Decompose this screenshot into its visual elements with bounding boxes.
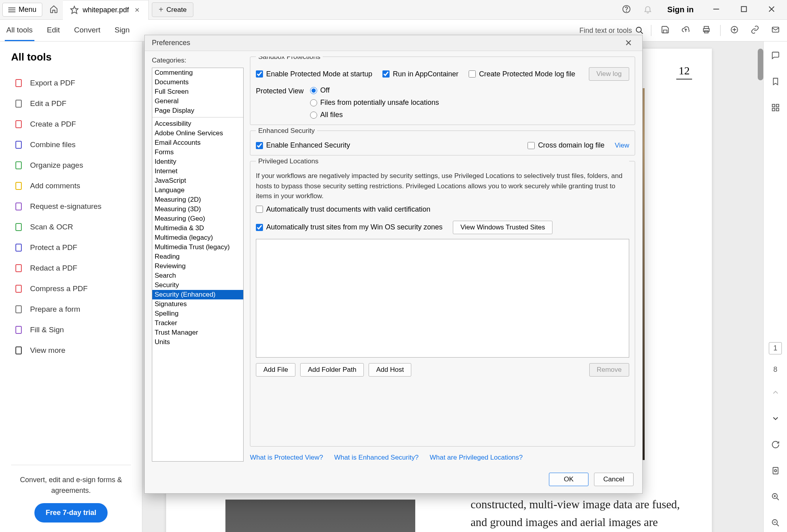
category-item[interactable]: Full Screen: [152, 87, 243, 97]
create-log-checkbox[interactable]: Create Protected Mode log file: [469, 70, 575, 78]
sidebar-item-organize-pages[interactable]: Organize pages: [11, 155, 131, 176]
ai-button[interactable]: [728, 23, 741, 38]
help-pl-link[interactable]: What are Privileged Locations?: [429, 454, 522, 462]
sidebar-item-compress-a-pdf[interactable]: Compress a PDF: [11, 278, 131, 299]
help-pv-link[interactable]: What is Protected View?: [250, 454, 323, 462]
category-item[interactable]: Multimedia Trust (legacy): [152, 242, 243, 252]
maximize-button[interactable]: [732, 2, 756, 18]
enable-protected-mode-checkbox[interactable]: Enable Protected Mode at startup: [256, 70, 372, 78]
page-down-button[interactable]: [768, 411, 783, 428]
category-item[interactable]: Measuring (Geo): [152, 214, 243, 223]
dialog-close-button[interactable]: ✕: [622, 38, 635, 48]
run-appcontainer-checkbox[interactable]: Run in AppContainer: [382, 70, 458, 78]
sidebar-item-create-a-pdf[interactable]: Create a PDF: [11, 114, 131, 134]
sidebar-item-protect-a-pdf[interactable]: Protect a PDF: [11, 237, 131, 258]
sidebar-item-request-e-signatures[interactable]: Request e-signatures: [11, 196, 131, 217]
sidebar-item-export-a-pdf[interactable]: Export a PDF: [11, 73, 131, 93]
enable-enhanced-checkbox[interactable]: Enable Enhanced Security: [256, 141, 350, 150]
comment-panel-button[interactable]: [768, 48, 783, 64]
zoom-out-button[interactable]: [768, 515, 783, 532]
view-trusted-button[interactable]: View Windows Trusted Sites: [453, 221, 552, 234]
tab-convert[interactable]: Convert: [72, 20, 102, 41]
thumbnails-panel-button[interactable]: [768, 100, 783, 117]
tab-edit[interactable]: Edit: [45, 20, 62, 41]
zoom-in-button[interactable]: [768, 489, 783, 506]
close-button[interactable]: [759, 2, 784, 18]
category-item[interactable]: Adobe Online Services: [152, 129, 243, 138]
print-button[interactable]: [700, 23, 713, 38]
category-item[interactable]: Identity: [152, 157, 243, 167]
categories-listbox[interactable]: CommentingDocumentsFull ScreenGeneralPag…: [152, 68, 244, 462]
category-item[interactable]: Security: [152, 280, 243, 290]
category-item[interactable]: Security (Enhanced): [152, 290, 243, 299]
document-tab[interactable]: whitepaper.pdf ✕: [63, 0, 149, 20]
pv-off-radio[interactable]: Off: [310, 86, 439, 95]
close-tab-button[interactable]: ✕: [133, 6, 141, 14]
category-item[interactable]: Commenting: [152, 68, 243, 78]
save-button[interactable]: [658, 23, 672, 38]
fit-button[interactable]: [768, 463, 783, 480]
category-item[interactable]: Tracker: [152, 318, 243, 328]
category-item[interactable]: Accessibility: [152, 119, 243, 129]
link-button[interactable]: [748, 23, 762, 38]
sidebar-item-add-comments[interactable]: Add comments: [11, 176, 131, 196]
tab-all-tools[interactable]: All tools: [5, 20, 34, 41]
cancel-button[interactable]: Cancel: [594, 473, 634, 486]
category-item[interactable]: Internet: [152, 167, 243, 176]
category-item[interactable]: Forms: [152, 148, 243, 157]
category-item[interactable]: General: [152, 97, 243, 106]
category-item[interactable]: Units: [152, 337, 243, 347]
category-item[interactable]: Multimedia & 3D: [152, 223, 243, 233]
sidebar-item-redact-a-pdf[interactable]: Redact a PDF: [11, 258, 131, 278]
category-item[interactable]: Documents: [152, 78, 243, 87]
category-item[interactable]: Search: [152, 271, 243, 280]
view-log-button[interactable]: View log: [589, 67, 629, 81]
sidebar-item-scan-ocr[interactable]: Scan & OCR: [11, 217, 131, 237]
add-host-button[interactable]: Add Host: [369, 363, 411, 377]
sidebar-item-edit-a-pdf[interactable]: Edit a PDF: [11, 93, 131, 114]
category-item[interactable]: Page Display: [152, 106, 243, 115]
cross-domain-log-checkbox[interactable]: Cross domain log file: [528, 141, 604, 150]
help-button[interactable]: [617, 2, 636, 18]
rotate-button[interactable]: [768, 437, 783, 454]
category-item[interactable]: Measuring (3D): [152, 204, 243, 214]
pv-files-radio[interactable]: Files from potentially unsafe locations: [310, 98, 439, 107]
pv-all-radio[interactable]: All files: [310, 111, 439, 119]
create-button[interactable]: + Create: [152, 2, 193, 17]
auto-sites-checkbox[interactable]: Automatically trust sites from my Win OS…: [256, 223, 443, 231]
minimize-button[interactable]: [704, 2, 728, 18]
category-item[interactable]: Spelling: [152, 309, 243, 318]
tab-sign[interactable]: Sign: [113, 20, 131, 41]
sidebar-item-combine-files[interactable]: Combine files: [11, 134, 131, 155]
notifications-button[interactable]: [639, 2, 657, 18]
category-item[interactable]: Reviewing: [152, 261, 243, 271]
upload-button[interactable]: [679, 23, 692, 38]
auto-cert-checkbox[interactable]: Automatically trust documents with valid…: [256, 205, 629, 214]
home-button[interactable]: [46, 2, 61, 18]
category-item[interactable]: Email Accounts: [152, 138, 243, 148]
bookmark-panel-button[interactable]: [768, 74, 783, 91]
remove-button[interactable]: Remove: [589, 363, 629, 377]
ok-button[interactable]: OK: [549, 473, 588, 486]
sidebar-item-fill-sign[interactable]: Fill & Sign: [11, 320, 131, 340]
category-item[interactable]: Measuring (2D): [152, 195, 243, 204]
page-up-button[interactable]: [768, 385, 783, 401]
signin-button[interactable]: Sign in: [660, 5, 701, 14]
help-es-link[interactable]: What is Enhanced Security?: [334, 454, 419, 462]
search-box[interactable]: Find text or tools: [579, 26, 644, 35]
category-item[interactable]: Trust Manager: [152, 328, 243, 337]
category-item[interactable]: Language: [152, 186, 243, 195]
sidebar-item-view-more[interactable]: View more: [11, 340, 131, 361]
privileged-listbox[interactable]: [256, 239, 629, 358]
category-item[interactable]: JavaScript: [152, 176, 243, 186]
add-file-button[interactable]: Add File: [256, 363, 295, 377]
scrollbar-thumb[interactable]: [758, 49, 763, 80]
menu-button[interactable]: Menu: [2, 3, 42, 17]
trial-button[interactable]: Free 7-day trial: [34, 503, 107, 523]
category-item[interactable]: Signatures: [152, 299, 243, 309]
sidebar-item-prepare-a-form[interactable]: Prepare a form: [11, 299, 131, 320]
category-item[interactable]: Multimedia (legacy): [152, 233, 243, 242]
current-page-indicator[interactable]: 1: [769, 342, 781, 354]
add-folder-button[interactable]: Add Folder Path: [300, 363, 364, 377]
category-item[interactable]: Reading: [152, 252, 243, 261]
